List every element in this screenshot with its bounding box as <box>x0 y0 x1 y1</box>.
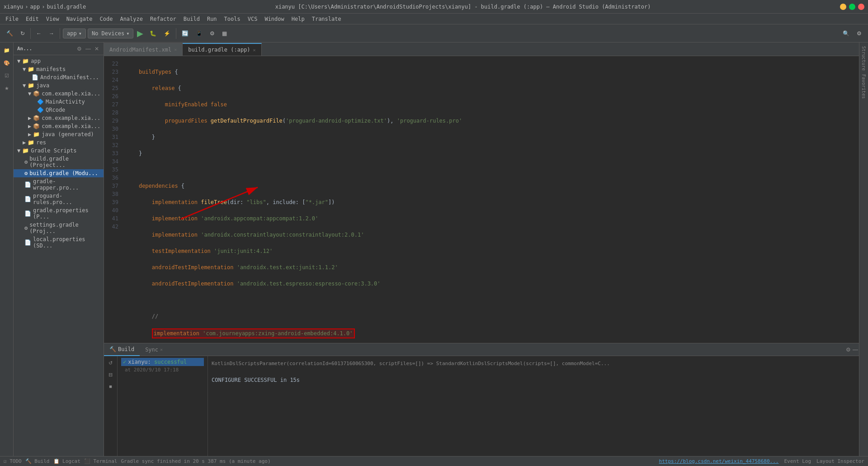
tree-item-gradle-wrapper[interactable]: 📄 gradle-wrapper.pro... <box>14 177 104 192</box>
menu-code[interactable]: Code <box>96 15 117 23</box>
right-bar-structure[interactable]: Structure <box>860 44 867 72</box>
menu-navigate[interactable]: Navigate <box>63 15 96 23</box>
debug-button[interactable]: 🐛 <box>147 27 159 40</box>
tree-item-java[interactable]: ▼ 📁 java <box>14 81 104 90</box>
line-num: 41 <box>104 214 118 223</box>
tab-bar: AndroidManifest.xml ✕ build.gradle (:app… <box>104 43 859 56</box>
tree-item-mainactivity[interactable]: 🔷 MainActivity <box>14 98 104 106</box>
status-terminal[interactable]: ⬛ Terminal <box>84 458 118 464</box>
menu-run[interactable]: Run <box>203 15 221 23</box>
favorites-button[interactable]: ★ <box>1 82 13 94</box>
code-line-22: buildTypes { <box>126 68 859 76</box>
line-num: 34 <box>104 157 118 166</box>
status-todo[interactable]: ☑ TODO <box>4 458 22 464</box>
bottom-settings-button[interactable]: ⚙ <box>845 346 852 353</box>
resource-manager-button[interactable]: 🎨 <box>1 57 13 69</box>
maximize-button[interactable] <box>849 4 855 10</box>
tree-label-app: app <box>31 58 41 64</box>
status-build[interactable]: 🔨 Build <box>25 458 50 464</box>
tree-item-gradle-scripts[interactable]: ▼ 📁 Gradle Scripts <box>14 147 104 155</box>
minimize-button[interactable] <box>840 4 846 10</box>
toolbar-hammer-button[interactable]: 🔨 <box>4 27 16 40</box>
bottom-tab-sync-close[interactable]: ✕ <box>160 347 163 352</box>
build-filter-button[interactable]: ⊟ <box>106 370 116 380</box>
folder-icon-gradlescripts: 📁 <box>22 147 29 154</box>
menu-bar: File Edit View Navigate Code Analyze Ref… <box>0 14 868 24</box>
menu-analyze[interactable]: Analyze <box>116 15 146 23</box>
line-num: 23 <box>104 68 118 76</box>
tree-item-comexample2[interactable]: ▶ 📦 com.example.xia... <box>14 114 104 122</box>
tree-item-res[interactable]: ▶ 📁 res <box>14 138 104 147</box>
breadcrumb-sep: › <box>25 4 28 10</box>
menu-vcs[interactable]: VCS <box>244 15 261 23</box>
code-line-28 <box>126 166 859 174</box>
menu-edit[interactable]: Edit <box>22 15 42 23</box>
settings-button[interactable]: ⚙ <box>854 27 864 40</box>
folder-icon-javagenerated: 📁 <box>33 131 40 138</box>
build-tree-item-xianyu[interactable]: ✓ xianyu: successful <box>121 358 204 366</box>
right-bar-favorites[interactable]: Favorites <box>860 72 867 100</box>
avd-button[interactable]: 📱 <box>193 27 205 40</box>
sidebar-toolbar: ⚙ — ✕ <box>76 45 100 52</box>
tab-androidmanifest-close[interactable]: ✕ <box>174 47 177 52</box>
menu-file[interactable]: File <box>2 15 22 23</box>
search-button[interactable]: 🔍 <box>840 27 852 40</box>
sidebar-collapse-button[interactable]: — <box>85 45 92 52</box>
editor-container: AndroidManifest.xml ✕ build.gradle (:app… <box>104 43 859 456</box>
status-url[interactable]: https://blog.csdn.net/weixin_44758680... <box>659 458 779 464</box>
tab-buildgradle[interactable]: build.gradle (:app) ✕ <box>183 43 261 56</box>
module-selector[interactable]: app ▾ <box>63 29 86 38</box>
build-output[interactable]: KotlinDslScriptsParameter(correlationId=… <box>208 356 859 456</box>
bottom-minimize-button[interactable]: — <box>852 346 859 353</box>
tree-item-comexample[interactable]: ▼ 📦 com.example.xia... <box>14 90 104 98</box>
toolbar-nav-back-button[interactable]: ← <box>33 27 44 40</box>
tree-item-comexample3[interactable]: ▶ 📦 com.example.xia... <box>14 122 104 130</box>
run-button[interactable]: ▶ <box>135 28 145 39</box>
code-content[interactable]: buildTypes { release { minifyEnabled fal… <box>122 56 859 343</box>
code-editor[interactable]: 22 23 24 25 26 27 28 29 30 31 32 33 34 3… <box>104 56 859 343</box>
project-tool-button[interactable]: 📁 <box>1 44 13 56</box>
tree-item-settings-gradle[interactable]: ⚙ settings.gradle (Proj... <box>14 221 104 235</box>
tree-item-gradle-properties[interactable]: 📄 gradle.properties (P... <box>14 206 104 221</box>
menu-translate[interactable]: Translate <box>308 15 345 23</box>
menu-help[interactable]: Help <box>288 15 308 23</box>
tree-item-proguard[interactable]: 📄 proguard-rules.pro... <box>14 192 104 206</box>
menu-tools[interactable]: Tools <box>221 15 244 23</box>
profile-button[interactable]: ⚡ <box>161 27 173 40</box>
tree-item-local-properties[interactable]: 📄 local.properties (SD... <box>14 235 104 250</box>
tree-item-androidmanifest[interactable]: 📄 AndroidManifest... <box>14 73 104 81</box>
bottom-content: ↺ ⊟ ■ ✓ xianyu: successful at 2020/9/10 … <box>104 356 859 456</box>
todo-button[interactable]: ☑ <box>1 70 13 81</box>
status-layout-inspector[interactable]: Layout Inspector <box>816 458 864 464</box>
tree-item-buildgradle-module[interactable]: ⚙ build.gradle (Modu... <box>14 169 104 177</box>
menu-build[interactable]: Build <box>180 15 203 23</box>
sidebar-close-button[interactable]: ✕ <box>94 45 100 52</box>
tree-item-buildgradle-project[interactable]: ⚙ build.gradle (Project... <box>14 155 104 169</box>
tab-buildgradle-close[interactable]: ✕ <box>253 48 256 52</box>
menu-view[interactable]: View <box>42 15 63 23</box>
toolbar-reload-button[interactable]: ↻ <box>18 27 28 40</box>
tab-androidmanifest[interactable]: AndroidManifest.xml ✕ <box>104 43 183 56</box>
sidebar-config-button[interactable]: ⚙ <box>76 45 83 52</box>
close-button[interactable] <box>858 4 864 10</box>
status-event-log[interactable]: Event Log <box>784 458 811 464</box>
sdk-button[interactable]: ⚙ <box>207 27 217 40</box>
menu-refactor[interactable]: Refactor <box>146 15 180 23</box>
tree-item-app[interactable]: ▼ 📁 app <box>14 57 104 65</box>
tree-item-javagenerated[interactable]: ▶ 📁 java (generated) <box>14 130 104 138</box>
status-logcat[interactable]: 📋 Logcat <box>53 458 80 464</box>
code-line-32: implementation 'androidx.constraintlayou… <box>126 231 859 239</box>
sync-button[interactable]: 🔄 <box>179 27 191 40</box>
tree-item-qrcode[interactable]: 🔷 QRcode <box>14 106 104 114</box>
line-num: 26 <box>104 92 118 100</box>
tree-item-manifests[interactable]: ▼ 📁 manifests <box>14 65 104 73</box>
build-restart-button[interactable]: ↺ <box>106 358 116 368</box>
build-pause-button[interactable]: ■ <box>106 381 116 391</box>
menu-window[interactable]: Window <box>261 15 288 23</box>
build-variants-button[interactable]: ▦ <box>219 27 230 40</box>
folder-icon-comexample2: 📦 <box>33 115 40 121</box>
no-devices-selector[interactable]: No Devices ▾ <box>88 29 133 38</box>
toolbar-nav-fwd-button[interactable]: → <box>46 27 57 40</box>
bottom-tab-sync[interactable]: Sync ✕ <box>140 343 168 356</box>
bottom-tab-build[interactable]: 🔨 Build <box>104 343 140 356</box>
